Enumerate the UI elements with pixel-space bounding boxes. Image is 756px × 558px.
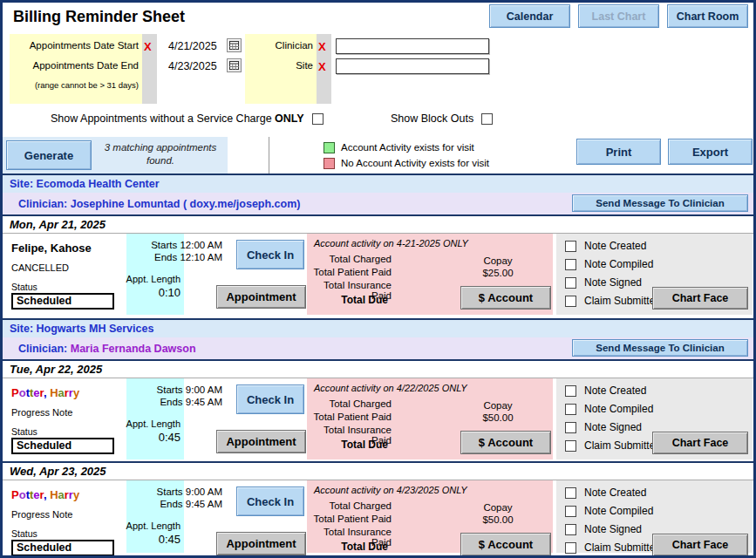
date-text: Tue, Apr 22, 2025	[10, 363, 102, 376]
status-label: Status	[11, 528, 123, 539]
copay-value: $50.00	[462, 514, 534, 525]
notes-panel: Note Created Note Compiled Note Signed C…	[556, 480, 753, 553]
note-created-label: Note Created	[584, 487, 646, 499]
date-end-value[interactable]: 4/23/2025	[168, 60, 217, 72]
appointment-row: Potter, Harry Progress Note Status Sched…	[3, 378, 753, 461]
check-in-button[interactable]: Check In	[236, 384, 304, 414]
total-due-label: Total Due	[307, 541, 388, 553]
check-in-button[interactable]: Check In	[236, 487, 304, 516]
clinician-input[interactable]	[336, 38, 489, 54]
export-button[interactable]: Export	[668, 139, 753, 165]
clinician-required-mark: X	[318, 40, 326, 53]
date-text: Wed, Apr 23, 2025	[10, 465, 106, 478]
patient-name: Potter, Harry	[11, 488, 123, 501]
note-created-checkbox[interactable]	[565, 241, 576, 252]
account-activity-panel: Account activity on 4-21-2025 ONLY Total…	[307, 234, 553, 315]
status-select[interactable]: Scheduled	[11, 540, 114, 556]
note-compiled-checkbox[interactable]	[565, 506, 576, 517]
date-header: Wed, Apr 23, 2025	[3, 461, 753, 480]
total-charged-label: Total Charged	[307, 398, 392, 409]
patient-name: Potter, Harry	[11, 386, 123, 399]
header-bar: Billing Reminder Sheet Calendar Last Cha…	[3, 3, 753, 31]
note-signed-checkbox[interactable]	[565, 277, 576, 289]
chart-face-button[interactable]: Chart Face	[652, 287, 748, 310]
service-charge-checkbox[interactable]	[312, 113, 324, 125]
date-text: Mon, Apr 21, 2025	[10, 218, 106, 231]
no-account-activity-legend-label: No Account Activity exists for visit	[341, 158, 489, 168]
notes-panel: Note Created Note Compiled Note Signed C…	[556, 234, 753, 315]
account-activity-title: Account activity on 4-21-2025 ONLY	[314, 238, 468, 248]
send-message-button[interactable]: Send Message To Clinician	[572, 194, 748, 212]
claim-submitted-checkbox[interactable]	[565, 296, 576, 307]
copay-value: $25.00	[462, 268, 534, 278]
note-signed-checkbox[interactable]	[565, 422, 576, 433]
generate-button[interactable]: Generate	[6, 140, 92, 170]
color-legend: Account Activity exists for visit No Acc…	[324, 140, 489, 171]
account-button[interactable]: $ Account	[460, 431, 551, 454]
block-outs-checkbox[interactable]	[481, 113, 493, 125]
status-label: Status	[11, 426, 123, 437]
account-button[interactable]: $ Account	[460, 286, 551, 310]
note-compiled-label: Note Compiled	[584, 258, 653, 270]
site-input[interactable]	[336, 58, 489, 74]
date-start-label: Appointments Date Start	[10, 40, 139, 51]
status-label: Status	[11, 282, 123, 292]
appointment-button[interactable]: Appointment	[216, 285, 306, 309]
starts-time: Starts 12:00 AM	[116, 240, 222, 250]
range-note: (range cannot be > 31 days)	[10, 80, 139, 90]
appointment-type: Progress Note	[11, 509, 123, 520]
date-end-calendar-icon[interactable]	[227, 58, 242, 72]
site-header: Site: Hogwarts MH Services	[3, 318, 753, 337]
note-signed-checkbox[interactable]	[565, 524, 576, 535]
match-count-text: 3 matching appointmentsfound.	[95, 141, 226, 167]
clinician-name: Clinician: Josephine Lomuntad ( doxy.me/…	[18, 198, 300, 210]
claim-submitted-checkbox[interactable]	[565, 542, 576, 554]
claim-submitted-checkbox[interactable]	[565, 440, 576, 452]
chart-room-button[interactable]: Chart Room	[667, 4, 748, 28]
appointment-button[interactable]: Appointment	[216, 532, 306, 555]
chart-face-button[interactable]: Chart Face	[652, 534, 748, 556]
site-name: Site: Hogwarts MH Services	[10, 323, 153, 335]
last-chart-button[interactable]: Last Chart	[578, 4, 659, 28]
note-created-checkbox[interactable]	[565, 385, 576, 397]
account-activity-swatch	[324, 142, 335, 153]
starts-time: Starts 9:00 AM	[116, 487, 222, 497]
status-select[interactable]: Scheduled	[11, 438, 114, 454]
account-activity-title: Account activity on 4/22/2025 ONLY	[314, 383, 467, 393]
clinician-header: Clinician: Maria Fernanda Dawson Send Me…	[3, 337, 753, 359]
total-patient-paid-label: Total Patient Paid	[307, 412, 392, 422]
site-label: Site	[245, 60, 313, 71]
chart-face-button[interactable]: Chart Face	[652, 432, 748, 454]
appt-length-label: Appt. Length	[116, 274, 180, 284]
note-signed-label: Note Signed	[584, 421, 642, 433]
page-title: Billing Reminder Sheet	[13, 8, 185, 26]
status-select[interactable]: Scheduled	[11, 293, 114, 310]
ends-time: Ends 9:45 AM	[116, 397, 222, 407]
service-charge-label: Show Appointments without a Service Char…	[51, 112, 304, 125]
copay-label: Copay	[462, 400, 534, 411]
calendar-button[interactable]: Calendar	[489, 4, 570, 28]
note-created-checkbox[interactable]	[565, 487, 576, 499]
total-patient-paid-label: Total Patient Paid	[307, 514, 392, 524]
block-outs-label: Show Block Outs	[391, 112, 473, 125]
clinician-name: Clinician: Maria Fernanda Dawson	[18, 343, 196, 355]
note-signed-label: Note Signed	[584, 276, 642, 289]
note-compiled-checkbox[interactable]	[565, 404, 576, 415]
service-charge-option: Show Appointments without a Service Char…	[51, 112, 324, 125]
site-header: Site: Ecomoda Health Center	[3, 174, 753, 193]
date-start-calendar-icon[interactable]	[227, 38, 242, 52]
note-compiled-checkbox[interactable]	[565, 259, 576, 270]
account-activity-panel: Account activity on 4/22/2025 ONLY Total…	[307, 378, 553, 459]
filter-form: Appointments Date Start X Appointments D…	[3, 34, 753, 104]
appointment-row: Felipe, Kahose CANCELLED Status Schedule…	[3, 234, 753, 318]
notes-panel: Note Created Note Compiled Note Signed C…	[556, 378, 753, 459]
appointment-button[interactable]: Appointment	[216, 430, 306, 453]
send-message-button[interactable]: Send Message To Clinician	[572, 339, 748, 357]
print-button[interactable]: Print	[576, 139, 661, 165]
copay-value: $50.00	[462, 412, 534, 423]
date-start-value[interactable]: 4/21/2025	[168, 40, 217, 52]
appointment-type: Progress Note	[11, 407, 123, 418]
account-button[interactable]: $ Account	[460, 533, 551, 556]
check-in-button[interactable]: Check In	[236, 240, 304, 269]
claim-submitted-label: Claim Submitted	[584, 541, 661, 554]
